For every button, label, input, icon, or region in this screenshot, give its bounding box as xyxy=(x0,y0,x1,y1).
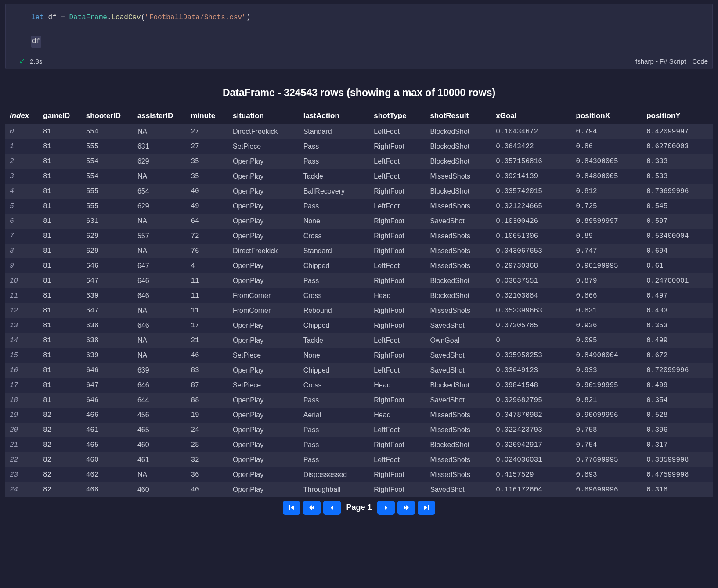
col-situation[interactable]: situation xyxy=(228,108,299,124)
cell-situation: OpenPlay xyxy=(228,184,299,199)
cell-xGoal: 0.035742015 xyxy=(491,184,571,199)
cell-assisterID: 646 xyxy=(133,378,187,393)
cell-assisterID: 646 xyxy=(133,288,187,303)
cell-positionX: 0.933 xyxy=(572,363,642,378)
language-label[interactable]: fsharp - F# Script xyxy=(635,57,686,65)
table-row[interactable]: 198246645619OpenPlayAerialHeadMissedShot… xyxy=(5,408,713,423)
cell-gameID: 81 xyxy=(39,258,82,273)
cell-minute: 88 xyxy=(186,393,228,408)
table-row[interactable]: 108164764611OpenPlayPassRightFootBlocked… xyxy=(5,273,713,288)
cell-positionX: 0.893 xyxy=(572,467,642,482)
table-row[interactable]: 081554NA27DirectFreekickStandardLeftFoot… xyxy=(5,124,713,139)
cell-index: 13 xyxy=(5,318,39,333)
cell-positionX: 0.86 xyxy=(572,139,642,154)
cell-gameID: 82 xyxy=(39,452,82,467)
col-gameID[interactable]: gameID xyxy=(39,108,82,124)
col-positionY[interactable]: positionY xyxy=(642,108,713,124)
table-row[interactable]: 228246046132OpenPlayPassLeftFootMissedSh… xyxy=(5,452,713,467)
cell-positionX: 0.89699996 xyxy=(572,482,642,497)
table-row[interactable]: 118163964611FromCornerCrossHeadBlockedSh… xyxy=(5,288,713,303)
cell-shotResult: MissedShots xyxy=(426,423,491,437)
table-row[interactable]: 1281647NA11FromCornerReboundRightFootMis… xyxy=(5,303,713,318)
col-xGoal[interactable]: xGoal xyxy=(491,108,571,124)
col-shooterID[interactable]: shooterID xyxy=(82,108,133,124)
cell-index: 2 xyxy=(5,154,39,169)
table-row[interactable]: 188164664488OpenPlayPassRightFootSavedSh… xyxy=(5,393,713,408)
cell-positionX: 0.90199995 xyxy=(572,378,642,393)
prev-fast-button[interactable] xyxy=(303,501,321,515)
table-row[interactable]: 28155462935OpenPlayPassLeftFootBlockedSh… xyxy=(5,154,713,169)
cell-shotType: LeftFoot xyxy=(369,169,426,184)
cell-gameID: 81 xyxy=(39,214,82,229)
col-lastAction[interactable]: lastAction xyxy=(299,108,370,124)
cell-shooterID: 461 xyxy=(82,423,133,437)
cell-shotType: RightFoot xyxy=(369,467,426,482)
table-row[interactable]: 78162955772OpenPlayCrossRightFootMissedS… xyxy=(5,229,713,244)
cell-index: 5 xyxy=(5,199,39,214)
table-row[interactable]: 248246846040OpenPlayThroughballRightFoot… xyxy=(5,482,713,497)
table-row[interactable]: 2382462NA36OpenPlayDispossessedRightFoot… xyxy=(5,467,713,482)
execution-time: 2.3s xyxy=(30,57,42,65)
cell-xGoal: 0 xyxy=(491,333,571,348)
cell-index: 8 xyxy=(5,244,39,258)
cell-situation: DirectFreekick xyxy=(228,124,299,139)
col-assisterID[interactable]: assisterID xyxy=(133,108,187,124)
code-type: DataFrame xyxy=(69,14,107,22)
cell-index: 20 xyxy=(5,423,39,437)
cell-shotResult: BlockedShot xyxy=(426,437,491,452)
cell-shooterID: 555 xyxy=(82,184,133,199)
cell-lastAction: Tackle xyxy=(299,169,370,184)
table-row[interactable]: 168164663983OpenPlayChippedLeftFootSaved… xyxy=(5,363,713,378)
col-index[interactable]: index xyxy=(5,108,39,124)
cell-positionY: 0.38599998 xyxy=(642,452,713,467)
cell-minute: 35 xyxy=(186,169,228,184)
col-shotResult[interactable]: shotResult xyxy=(426,108,491,124)
cell-situation: OpenPlay xyxy=(228,482,299,497)
table-row[interactable]: 48155565440OpenPlayBallRecoveryRightFoot… xyxy=(5,184,713,199)
table-row[interactable]: 381554NA35OpenPlayTackleLeftFootMissedSh… xyxy=(5,169,713,184)
table-row[interactable]: 178164764687SetPieceCrossHeadBlockedShot… xyxy=(5,378,713,393)
cell-positionX: 0.747 xyxy=(572,244,642,258)
cell-assisterID: 460 xyxy=(133,482,187,497)
cell-positionX: 0.89 xyxy=(572,229,642,244)
col-shotType[interactable]: shotType xyxy=(369,108,426,124)
cell-gameID: 81 xyxy=(39,378,82,393)
cell-positionY: 0.70699996 xyxy=(642,184,713,199)
table-row[interactable]: 681631NA64OpenPlayNoneRightFootSavedShot… xyxy=(5,214,713,229)
cell-shooterID: 647 xyxy=(82,303,133,318)
first-page-button[interactable] xyxy=(283,501,300,515)
col-positionX[interactable]: positionX xyxy=(572,108,642,124)
cell-minute: 32 xyxy=(186,452,228,467)
next-page-button[interactable] xyxy=(377,501,395,515)
cell-minute: 36 xyxy=(186,467,228,482)
cell-shooterID: 646 xyxy=(82,258,133,273)
cell-shotResult: OwnGoal xyxy=(426,333,491,348)
cell-assisterID: 631 xyxy=(133,139,187,154)
cell-index: 3 xyxy=(5,169,39,184)
table-row[interactable]: 1481638NA21OpenPlayTackleLeftFootOwnGoal… xyxy=(5,333,713,348)
next-fast-button[interactable] xyxy=(397,501,415,515)
cell-positionX: 0.821 xyxy=(572,393,642,408)
table-row[interactable]: 208246146524OpenPlayPassLeftFootMissedSh… xyxy=(5,423,713,437)
table-row[interactable]: 881629NA76DirectFreekickStandardRightFoo… xyxy=(5,244,713,258)
code-editor[interactable]: let df = DataFrame.LoadCsv("FootballData… xyxy=(6,4,712,56)
table-row[interactable]: 1581639NA46SetPieceNoneRightFootSavedSho… xyxy=(5,348,713,363)
table-row[interactable]: 9816466474OpenPlayChippedLeftFootMissedS… xyxy=(5,258,713,273)
last-page-button[interactable] xyxy=(418,501,435,515)
cell-minute: 4 xyxy=(186,258,228,273)
cell-shooterID: 460 xyxy=(82,452,133,467)
table-row[interactable]: 58155562949OpenPlayPassLeftFootMissedSho… xyxy=(5,199,713,214)
prev-page-button[interactable] xyxy=(323,501,341,515)
code-eq: = xyxy=(61,14,65,22)
table-row[interactable]: 18155563127SetPiecePassRightFootBlockedS… xyxy=(5,139,713,154)
cell-positionX: 0.866 xyxy=(572,288,642,303)
cell-shotType: LeftFoot xyxy=(369,423,426,437)
col-minute[interactable]: minute xyxy=(186,108,228,124)
cell-shotResult: MissedShots xyxy=(426,467,491,482)
cell-lastAction: None xyxy=(299,348,370,363)
cell-positionX: 0.812 xyxy=(572,184,642,199)
cell-shotType: Head xyxy=(369,378,426,393)
table-row[interactable]: 138163864617OpenPlayChippedRightFootSave… xyxy=(5,318,713,333)
table-row[interactable]: 218246546028OpenPlayPassRightFootBlocked… xyxy=(5,437,713,452)
cell-kind-label[interactable]: Code xyxy=(692,57,708,65)
